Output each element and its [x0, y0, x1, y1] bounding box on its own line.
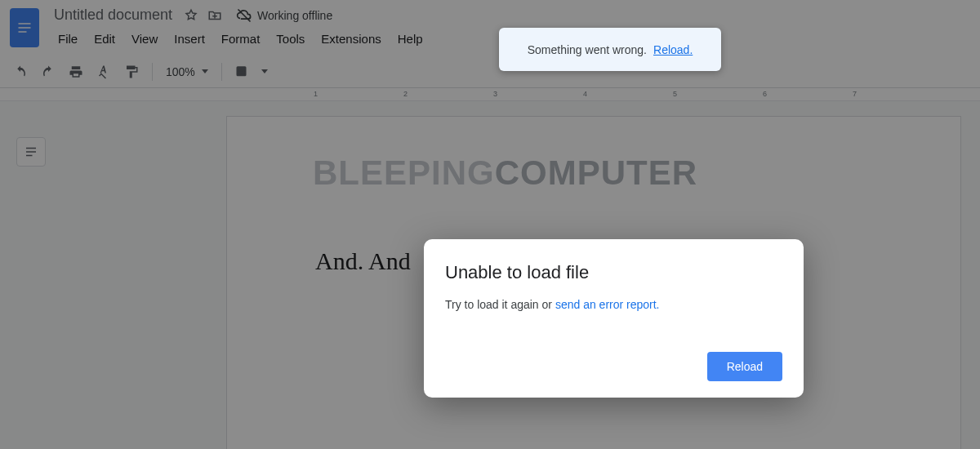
ruler: 1234567	[0, 88, 980, 101]
toolbar: 100%	[0, 56, 980, 88]
cloud-off-icon	[236, 7, 252, 24]
ruler-mark: 7	[853, 90, 857, 98]
header-center: Untitled document Working offline File E…	[51, 5, 430, 49]
offline-label: Working offline	[257, 9, 332, 22]
document-body-text[interactable]: And. And	[315, 247, 411, 275]
outline-toggle-button[interactable]	[16, 137, 46, 167]
undo-button[interactable]	[8, 60, 33, 84]
send-error-report-link[interactable]: send an error report.	[555, 298, 660, 311]
insert-image-button[interactable]	[230, 60, 255, 84]
modal-title: Unable to load file	[445, 262, 782, 283]
toolbar-separator	[152, 63, 153, 81]
star-icon[interactable]	[184, 8, 198, 23]
menu-file[interactable]: File	[51, 29, 85, 49]
toast-message: Something went wrong.	[528, 43, 647, 56]
menu-insert[interactable]: Insert	[167, 29, 212, 49]
modal-body: Try to load it again or send an error re…	[445, 298, 782, 311]
error-toast: Something went wrong. Reload.	[499, 28, 721, 71]
docs-app-icon[interactable]	[10, 8, 39, 47]
ruler-mark: 6	[763, 90, 767, 98]
svg-point-2	[239, 69, 241, 70]
app-root: Untitled document Working offline File E…	[0, 0, 980, 449]
menu-help[interactable]: Help	[390, 29, 430, 49]
menu-format[interactable]: Format	[214, 29, 268, 49]
menu-bar: File Edit View Insert Format Tools Exten…	[51, 29, 430, 49]
watermark-part-b: COMPUTER	[495, 153, 697, 192]
ruler-mark: 3	[493, 90, 497, 98]
ruler-mark: 1	[314, 90, 318, 98]
watermark-text: BLEEPINGCOMPUTER	[313, 153, 697, 193]
print-button[interactable]	[64, 60, 88, 84]
spellcheck-button[interactable]	[91, 60, 116, 84]
menu-edit[interactable]: Edit	[87, 29, 122, 49]
menu-view[interactable]: View	[124, 29, 165, 49]
redo-button[interactable]	[36, 60, 60, 84]
zoom-select[interactable]: 100%	[161, 65, 213, 78]
toolbar-separator	[221, 63, 222, 81]
reload-button[interactable]: Reload	[707, 352, 782, 381]
menu-tools[interactable]: Tools	[269, 29, 312, 49]
modal-body-text: Try to load it again or	[445, 298, 555, 311]
modal-footer: Reload	[445, 352, 782, 381]
watermark-part-a: BLEEPING	[313, 153, 495, 192]
offline-status: Working offline	[236, 7, 332, 24]
header: Untitled document Working offline File E…	[0, 0, 980, 56]
ruler-mark: 5	[673, 90, 677, 98]
zoom-value: 100%	[166, 65, 195, 78]
ruler-mark: 4	[583, 90, 587, 98]
chevron-down-icon[interactable]	[261, 69, 268, 73]
ruler-mark: 2	[403, 90, 408, 98]
title-row: Untitled document Working offline	[51, 5, 430, 25]
chevron-down-icon	[202, 69, 208, 73]
toast-reload-link[interactable]: Reload.	[653, 43, 693, 56]
move-folder-icon[interactable]	[207, 8, 223, 23]
error-modal: Unable to load file Try to load it again…	[424, 239, 804, 398]
document-title[interactable]: Untitled document	[51, 5, 176, 25]
menu-extensions[interactable]: Extensions	[314, 29, 388, 49]
paint-format-button[interactable]	[119, 60, 144, 84]
